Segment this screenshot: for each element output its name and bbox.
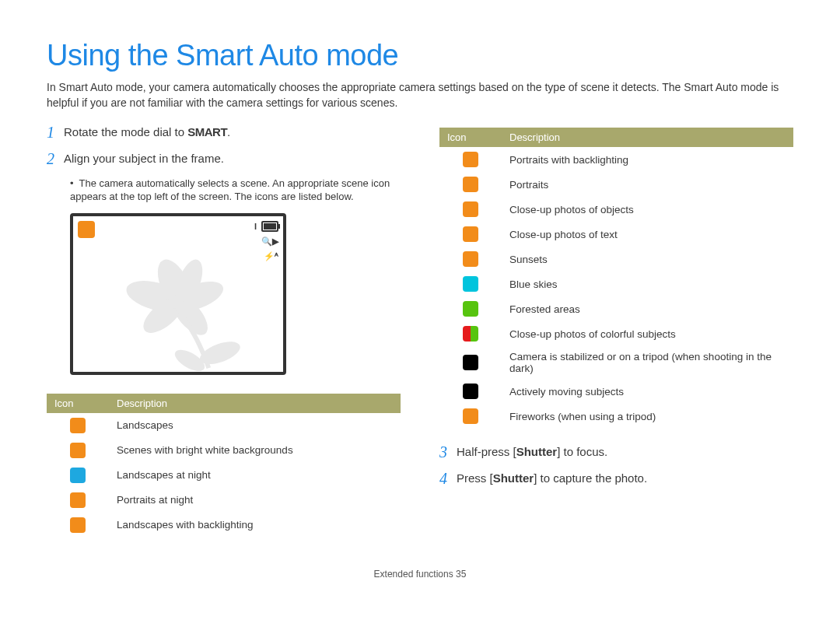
macro-text-icon xyxy=(463,226,478,242)
description-cell: Close-up photos of text xyxy=(502,222,793,247)
description-cell: Blue skies xyxy=(502,271,793,296)
description-cell: Camera is stabilized or on a tripod (whe… xyxy=(502,346,793,379)
page-title: Using the Smart Auto mode xyxy=(47,39,793,72)
night-portrait-icon xyxy=(70,492,86,508)
table-row: Close-up photos of objects xyxy=(439,197,793,222)
step-text: Half-press [Shutter] to focus. xyxy=(457,444,607,460)
forest-icon xyxy=(463,301,478,317)
table-row: Landscapes at night xyxy=(47,463,401,488)
table-row: Landscapes with backlighting xyxy=(47,513,401,538)
table-row: Landscapes xyxy=(47,413,401,438)
battery-icon xyxy=(261,221,278,232)
table-row: Close-up photos of colorful subjects xyxy=(439,321,793,346)
table-row: Camera is stabilized or on a tripod (whe… xyxy=(439,346,793,379)
scene-icon-overlay xyxy=(78,221,95,238)
icon-cell xyxy=(47,413,109,438)
description-cell: Portraits at night xyxy=(109,488,401,513)
right-column: Icon Description Portraits with backligh… xyxy=(439,124,793,538)
step-text: Press [Shutter] to capture the photo. xyxy=(457,471,647,486)
table-header-icon: Icon xyxy=(439,128,502,147)
step-text: Rotate the mode dial to SMART. xyxy=(64,124,230,140)
svg-point-6 xyxy=(170,296,184,310)
table-row: Portraits with backlighting xyxy=(439,147,793,172)
step-number: 3 xyxy=(439,444,457,460)
description-cell: Sunsets xyxy=(502,247,793,271)
table-row: Portraits xyxy=(439,172,793,197)
icon-cell xyxy=(439,147,502,172)
intro-paragraph: In Smart Auto mode, your camera automati… xyxy=(47,80,793,110)
table-header-desc: Description xyxy=(502,128,793,147)
icon-cell xyxy=(439,296,502,321)
icon-cell xyxy=(47,513,109,538)
icon-cell xyxy=(439,222,502,247)
backlight-landscape-icon xyxy=(70,517,86,533)
icon-cell xyxy=(439,321,502,346)
icon-cell xyxy=(439,404,502,429)
step-2: 2 Align your subject in the frame. xyxy=(47,151,401,166)
description-cell: Portraits xyxy=(502,172,793,197)
description-cell: Forested areas xyxy=(502,296,793,321)
step-number: 2 xyxy=(47,151,64,166)
table-row: Scenes with bright white backgrounds xyxy=(47,438,401,463)
table-row: Sunsets xyxy=(439,247,793,271)
action-icon xyxy=(463,384,478,399)
icon-cell xyxy=(439,271,502,296)
description-cell: Landscapes with backlighting xyxy=(109,513,401,538)
icon-cell xyxy=(439,247,502,271)
description-cell: Actively moving subjects xyxy=(502,379,793,404)
page-footer: Extended functions 35 xyxy=(47,569,793,580)
sunset-icon xyxy=(463,251,478,267)
description-cell: Close-up photos of colorful subjects xyxy=(502,321,793,346)
table-row: Actively moving subjects xyxy=(439,379,793,404)
step-number: 1 xyxy=(47,124,64,140)
icon-cell xyxy=(439,172,502,197)
fireworks-icon xyxy=(463,408,478,424)
icon-cell xyxy=(47,463,109,488)
landscape-icon xyxy=(70,418,86,433)
step-4: 4 Press [Shutter] to capture the photo. xyxy=(439,471,793,486)
description-cell: Portraits with backlighting xyxy=(502,147,793,172)
table-row: Blue skies xyxy=(439,271,793,296)
night-landscape-icon xyxy=(70,468,86,483)
table-row: Fireworks (when using a tripod) xyxy=(439,404,793,429)
camera-lcd-illustration: I 🔍▶ ⚡ᴬ xyxy=(70,213,286,375)
backlight-portrait-icon xyxy=(463,152,478,167)
table-header-icon: Icon xyxy=(47,394,109,413)
step-3: 3 Half-press [Shutter] to focus. xyxy=(439,444,793,460)
icon-table-left: Icon Description LandscapesScenes with b… xyxy=(47,394,401,538)
blue-sky-icon xyxy=(463,276,478,292)
description-cell: Landscapes at night xyxy=(109,463,401,488)
table-row: Portraits at night xyxy=(47,488,401,513)
icon-cell xyxy=(47,438,109,463)
step-number: 4 xyxy=(439,471,457,486)
portrait-icon xyxy=(463,177,478,192)
white-bg-icon xyxy=(70,443,86,458)
description-cell: Landscapes xyxy=(109,413,401,438)
tripod-icon xyxy=(463,355,478,370)
manual-page: Using the Smart Auto mode In Smart Auto … xyxy=(0,0,840,603)
smart-mode-label: SMART xyxy=(187,125,227,138)
macro-color-icon xyxy=(463,326,478,342)
icon-table-right: Icon Description Portraits with backligh… xyxy=(439,128,793,429)
icon-cell xyxy=(47,488,109,513)
icon-cell xyxy=(439,197,502,222)
lcd-top-indicator: I xyxy=(254,222,257,231)
step-2-note: • The camera automatically selects a sce… xyxy=(70,177,401,204)
icon-cell xyxy=(439,346,502,379)
description-cell: Fireworks (when using a tripod) xyxy=(502,404,793,429)
icon-cell xyxy=(439,379,502,404)
macro-object-icon xyxy=(463,201,478,217)
table-header-desc: Description xyxy=(109,394,401,413)
step-text: Align your subject in the frame. xyxy=(64,151,224,166)
table-row: Forested areas xyxy=(439,296,793,321)
description-cell: Scenes with bright white backgrounds xyxy=(109,438,401,463)
description-cell: Close-up photos of objects xyxy=(502,197,793,222)
left-column: 1 Rotate the mode dial to SMART. 2 Align… xyxy=(47,124,401,538)
step-1: 1 Rotate the mode dial to SMART. xyxy=(47,124,401,140)
flower-illustration xyxy=(112,236,268,372)
table-row: Close-up photos of text xyxy=(439,222,793,247)
